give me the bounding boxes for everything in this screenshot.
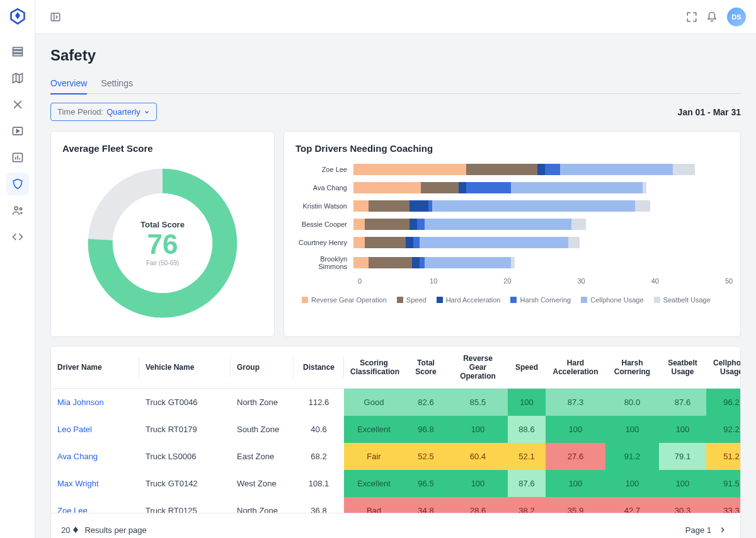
panel-toggle-icon[interactable] bbox=[45, 7, 66, 27]
tab-overview[interactable]: Overview bbox=[50, 73, 87, 93]
avatar[interactable]: DS bbox=[727, 8, 746, 26]
column-header[interactable]: Cellphone Usage bbox=[706, 346, 740, 389]
chevron-down-icon bbox=[144, 109, 150, 115]
sidebar bbox=[0, 0, 35, 538]
bar-segment bbox=[635, 200, 650, 212]
bar-segment bbox=[511, 182, 643, 193]
driver-link[interactable]: Zoe Lee bbox=[51, 497, 139, 513]
score-cell: 96.5 bbox=[404, 470, 448, 497]
nav-safety-icon[interactable] bbox=[6, 173, 29, 195]
bar-segment bbox=[417, 219, 425, 230]
coaching-bar-label: Ava Chang bbox=[295, 184, 353, 192]
score-cell: 100 bbox=[448, 416, 508, 443]
bar-segment bbox=[560, 164, 673, 175]
table-footer: 20 Results per page Page 1 bbox=[51, 513, 740, 538]
table-cell: 112.6 bbox=[294, 389, 344, 416]
tab-settings[interactable]: Settings bbox=[101, 73, 133, 93]
coaching-bar-row: Brooklyn Simmons bbox=[295, 255, 729, 270]
svg-marker-25 bbox=[73, 530, 78, 533]
sort-arrows-icon[interactable] bbox=[73, 527, 78, 533]
table-row: Leo PatelTruck RT0179South Zone40.6Excel… bbox=[51, 416, 740, 443]
next-page-button[interactable] bbox=[715, 522, 730, 537]
legend-item: Speed bbox=[397, 296, 427, 304]
driver-link[interactable]: Mia Johnson bbox=[51, 389, 139, 416]
fleet-score-band: Fair (50-69) bbox=[146, 260, 179, 266]
svg-marker-1 bbox=[16, 13, 19, 18]
column-header[interactable]: Reverse Gear Operation bbox=[448, 346, 508, 389]
table-row: Ava ChangTruck LS0006East Zone68.2Fair52… bbox=[51, 443, 740, 470]
column-header[interactable]: Distance bbox=[294, 346, 344, 389]
legend-item: Reverse Gear Operation bbox=[302, 296, 387, 304]
date-range: Jan 01 - Mar 31 bbox=[678, 107, 741, 117]
column-header[interactable]: Speed bbox=[508, 346, 546, 389]
fleet-score-title: Average Fleet Score bbox=[62, 143, 263, 154]
legend-item: Cellphone Usage bbox=[581, 296, 643, 304]
legend-item: Harsh Cornering bbox=[510, 296, 571, 304]
nav-code-icon[interactable] bbox=[6, 226, 29, 248]
time-period-label: Time Period: bbox=[57, 107, 103, 117]
score-cell: Excellent bbox=[344, 416, 404, 443]
column-header[interactable]: Seatbelt Usage bbox=[659, 346, 706, 389]
column-header[interactable]: Group bbox=[231, 346, 294, 389]
nav-users-icon[interactable] bbox=[6, 199, 29, 222]
legend-item: Hard Acceleration bbox=[437, 296, 501, 304]
score-cell: 100 bbox=[605, 470, 659, 497]
score-cell: 88.6 bbox=[508, 416, 546, 443]
bar-segment bbox=[466, 182, 512, 193]
svg-point-16 bbox=[14, 207, 18, 210]
bar-segment bbox=[413, 237, 420, 248]
bar-segment bbox=[353, 237, 365, 248]
score-cell: 42.7 bbox=[605, 497, 659, 513]
score-cell: 51.2 bbox=[706, 443, 740, 470]
nav-dashboard-icon[interactable] bbox=[6, 40, 29, 63]
column-header[interactable]: Total Score bbox=[404, 346, 448, 389]
column-header[interactable]: Scoring Classification bbox=[344, 346, 404, 389]
nav-reports-icon[interactable] bbox=[6, 146, 29, 169]
bar-segment bbox=[425, 257, 511, 268]
nav-tools-icon[interactable] bbox=[6, 93, 29, 116]
score-cell: 82.6 bbox=[404, 389, 448, 416]
bar-segment bbox=[412, 257, 420, 268]
bar-segment bbox=[545, 164, 560, 175]
driver-link[interactable]: Ava Chang bbox=[51, 443, 139, 470]
bar-segment bbox=[369, 257, 412, 268]
column-header[interactable]: Driver Name bbox=[51, 346, 139, 389]
driver-link[interactable]: Max Wright bbox=[51, 470, 139, 497]
bell-icon[interactable] bbox=[702, 7, 722, 27]
coaching-bar-label: Courtney Henry bbox=[295, 239, 353, 246]
column-header[interactable]: Harsh Cornering bbox=[605, 346, 659, 389]
coaching-bar-label: Brooklyn Simmons bbox=[295, 255, 353, 270]
bar-segment bbox=[466, 164, 537, 175]
coaching-bar-label: Zoe Lee bbox=[295, 166, 353, 173]
chart-legend: Reverse Gear OperationSpeedHard Accelera… bbox=[302, 296, 729, 304]
bar-segment bbox=[425, 219, 571, 230]
score-cell: 79.1 bbox=[659, 443, 706, 470]
score-cell: 100 bbox=[659, 470, 706, 497]
score-cell: 92.2 bbox=[706, 416, 740, 443]
time-period-select[interactable]: Time Period: Quarterly bbox=[50, 103, 157, 121]
coaching-bar-row: Ava Chang bbox=[295, 182, 729, 193]
column-header[interactable]: Vehicle Name bbox=[139, 346, 231, 389]
fleet-score-value: 76 bbox=[147, 229, 178, 260]
coaching-panel: Top Drivers Needing Coaching Zoe LeeAva … bbox=[284, 131, 741, 337]
bar-segment bbox=[365, 237, 406, 248]
bar-segment bbox=[432, 200, 635, 212]
bar-segment bbox=[410, 200, 428, 212]
bar-segment bbox=[353, 257, 369, 268]
score-cell: 52.1 bbox=[508, 443, 546, 470]
driver-link[interactable]: Leo Patel bbox=[51, 416, 139, 443]
svg-marker-5 bbox=[13, 74, 22, 83]
column-header[interactable]: Hard Acceleration bbox=[546, 346, 605, 389]
fleet-score-panel: Average Fleet Score Total Score 76 Fair … bbox=[50, 131, 275, 337]
table-cell: 40.6 bbox=[294, 416, 344, 443]
nav-map-icon[interactable] bbox=[6, 67, 29, 89]
table-cell: 108.1 bbox=[294, 470, 344, 497]
nav-video-icon[interactable] bbox=[6, 120, 29, 142]
page-size-value[interactable]: 20 bbox=[61, 525, 70, 535]
fleet-score-label: Total Score bbox=[140, 220, 185, 229]
score-cell: 96.8 bbox=[404, 416, 448, 443]
table-cell: Truck RT0125 bbox=[139, 497, 231, 513]
expand-icon[interactable] bbox=[682, 7, 702, 27]
table-cell: Truck LS0006 bbox=[139, 443, 231, 470]
coaching-title: Top Drivers Needing Coaching bbox=[295, 143, 729, 154]
